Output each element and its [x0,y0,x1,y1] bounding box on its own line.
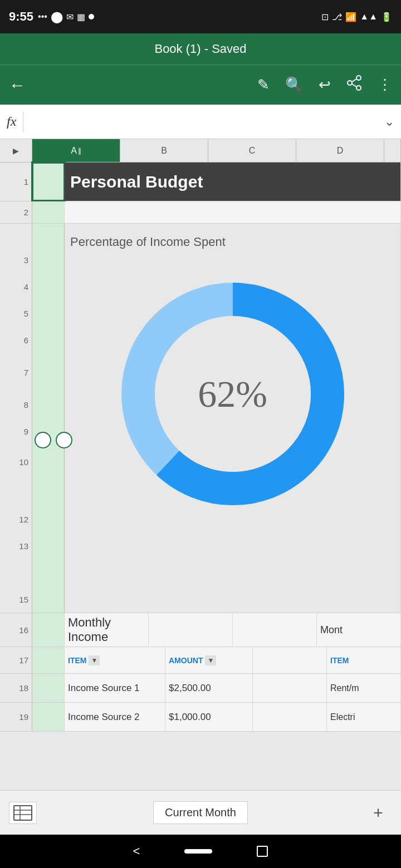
status-bar: 9:55 ••• ⬤ ✉ ▦ ⊡ ⎇ 📶 ▲▲ 🔋 [0,0,401,33]
row-num-19: 19 [0,703,32,731]
cell-a18[interactable] [32,674,65,702]
circle-icon: ⬤ [51,10,63,23]
back-button[interactable]: ← [9,76,26,95]
undo-button[interactable]: ↩ [319,76,331,93]
cast-icon: ⊡ [321,12,329,22]
calendar-icon: ▦ [77,12,85,22]
cell-e18-partial[interactable]: Rent/m [327,674,401,702]
donut-chart: 62% [105,266,361,522]
share-button[interactable] [346,75,362,95]
svg-point-1 [348,81,352,85]
table-row: 17 ITEM ▼ AMOUNT ▼ ITEM [0,647,401,674]
cell-c19[interactable]: $1,000.00 [165,703,253,731]
svg-point-2 [356,86,361,90]
cell-b19[interactable]: Income Source 2 [65,703,165,731]
mail-icon: ✉ [66,12,74,22]
cell-a16[interactable] [32,613,65,647]
svg-point-0 [356,76,361,80]
col-a-chart-strip [32,224,65,613]
cell-a19[interactable] [32,703,65,731]
table-row: 18 Income Source 1 $2,500.00 Rent/m [0,674,401,703]
cell-b18[interactable]: Income Source 1 [65,674,165,702]
cell-d17[interactable] [253,647,327,673]
circle-2 [56,432,72,448]
notification-dot [89,14,94,19]
sheet-icon [9,802,37,824]
table-row: 2 [0,201,401,224]
fx-label: fx [7,114,16,129]
cell-c18[interactable]: $2,500.00 [165,674,253,702]
table-row: 1 Personal Budget [0,162,401,201]
vibrate-icon: ⎇ [332,12,342,22]
cell-a1[interactable] [32,162,65,201]
formula-chevron-icon[interactable]: ⌄ [384,115,394,129]
signal-icon: ••• [38,12,47,22]
spreadsheet: ▶ A ‖ B C D 1 Personal Budget 2 [0,139,401,822]
cell-b2[interactable] [65,201,401,223]
svg-rect-9 [14,806,32,820]
cell-a17[interactable] [32,647,65,673]
amount-filter-button[interactable]: ▼ [205,655,216,665]
chart-subtitle: Percentage of Income Spent [65,235,226,249]
donut-percentage: 62% [198,372,267,416]
personal-budget-title: Personal Budget [70,172,203,191]
row-num-1: 1 [0,162,32,201]
wifi-icon: 📶 [345,12,356,22]
item-filter-button[interactable]: ▼ [89,655,100,665]
toolbar-left: ← [9,76,26,95]
signal-bars-icon: ▲▲ [360,12,378,22]
cell-b1[interactable]: Personal Budget [65,162,401,201]
spreadsheet-icon [13,805,32,821]
column-headers: ▶ A ‖ B C D [0,139,401,162]
row-num-chart: 3 4 5 6 7 8 9 10 12 13 15 [0,224,32,613]
row-num-16: 16 [0,613,32,647]
android-nav-bar: < [0,835,401,868]
col-header-a[interactable]: A ‖ [32,139,120,162]
cell-c17-amount[interactable]: AMOUNT ▼ [165,647,253,673]
svg-line-3 [352,79,356,82]
cell-b17-item[interactable]: ITEM ▼ [65,647,165,673]
cell-b16[interactable]: Monthly Income [65,613,149,647]
nav-home-button[interactable] [184,849,212,854]
row-num-18: 18 [0,674,32,702]
cell-d18[interactable] [253,674,327,702]
cell-a2[interactable] [32,201,65,223]
cell-e19-partial[interactable]: Electri [327,703,401,731]
search-button[interactable]: 🔍 [285,76,303,93]
more-button[interactable]: ⋮ [378,76,392,93]
svg-line-4 [352,84,356,87]
status-icons-right: ⊡ ⎇ 📶 ▲▲ 🔋 [321,12,392,22]
document-title: Book (1) - Saved [154,42,246,56]
col-header-b[interactable]: B [120,139,208,162]
col-header-d[interactable]: D [296,139,384,162]
row-num-17: 17 [0,647,32,673]
pen-button[interactable]: ✎ [257,76,270,93]
row-num-2: 2 [0,201,32,223]
toolbar-right: ✎ 🔍 ↩ ⋮ [257,75,392,95]
formula-input[interactable] [30,116,384,127]
nav-recent-button[interactable] [257,846,268,857]
battery-icon: 🔋 [381,12,392,22]
cell-d19[interactable] [253,703,327,731]
col-header-partial[interactable] [384,139,401,162]
tab-bar: Current Month + [0,790,401,835]
status-time: 9:55 [9,9,33,24]
cell-e17-partial[interactable]: ITEM [327,647,401,673]
current-month-tab[interactable]: Current Month [153,801,248,824]
cell-e16-partial[interactable]: Mont [317,613,401,647]
add-sheet-button[interactable]: + [364,799,392,827]
table-row: 19 Income Source 2 $1,000.00 Electri [0,703,401,732]
tab-label: Current Month [165,806,236,819]
col-header-c[interactable]: C [208,139,296,162]
nav-back-button[interactable]: < [133,844,140,859]
sheet-body: 1 Personal Budget 2 3 4 5 6 7 8 9 10 [0,162,401,822]
circle-1 [35,432,51,448]
chart-circles [35,432,75,448]
row-num-corner: ▶ [0,139,32,162]
status-icons-left: ••• ⬤ ✉ ▦ [38,10,94,23]
donut-chart-container: Percentage of Income Spent 62% [65,224,400,533]
cell-d16[interactable] [233,613,317,647]
cell-c16[interactable] [149,613,233,647]
chart-area-row: 3 4 5 6 7 8 9 10 12 13 15 [0,224,401,613]
chart-content-cell[interactable]: Percentage of Income Spent 62% [65,224,401,613]
